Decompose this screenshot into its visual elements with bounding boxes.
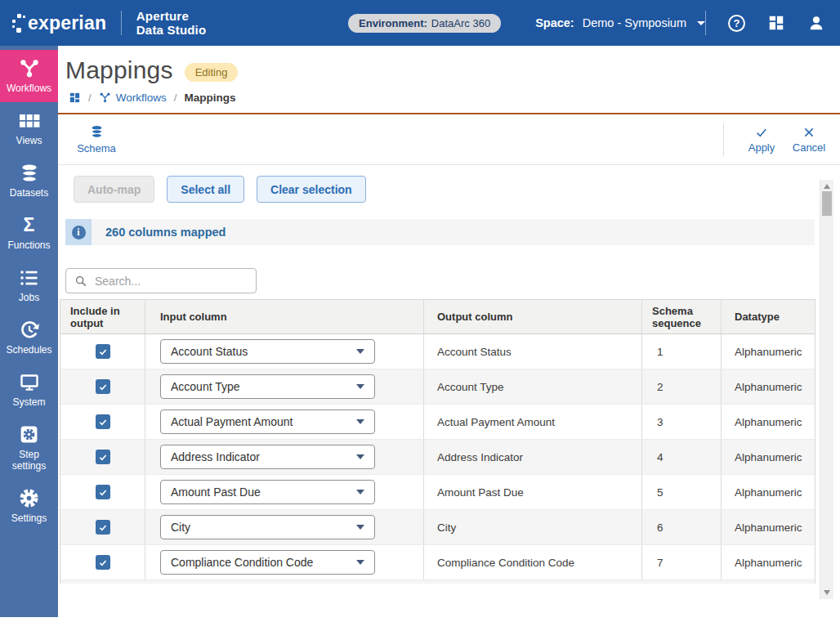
include-cell (60, 545, 145, 579)
input-column-dropdown[interactable]: Account Status (160, 339, 375, 364)
content-area: Auto-map Select all Clear selection i 26… (58, 165, 840, 622)
info-icon: i (72, 226, 86, 239)
schema-sequence-cell: 4 (641, 440, 721, 474)
main-area: Mappings Editing / Workflows (58, 46, 840, 622)
sidebar-item-step-settings[interactable]: Step settings (0, 416, 58, 480)
include-checkbox[interactable] (96, 485, 110, 499)
input-column-cell: Account Type (145, 369, 423, 404)
schema-button[interactable]: Schema (75, 124, 118, 154)
schema-sequence-cell: 7 (641, 545, 721, 579)
include-checkbox[interactable] (96, 555, 110, 570)
table-header-row: Include in output Input column Output co… (60, 300, 815, 334)
breadcrumb-home-button[interactable] (69, 92, 81, 104)
table-row: CityCity6Alphanumeric (60, 510, 815, 545)
sidebar-item-label: Functions (7, 239, 50, 251)
input-column-cell: Actual Payment Amount (145, 405, 423, 439)
sidebar-item-functions[interactable]: ΣFunctions (0, 207, 58, 259)
output-column-cell: City (423, 510, 641, 544)
cancel-button[interactable]: Cancel (788, 126, 830, 154)
workflow-branch-icon (99, 92, 111, 104)
user-profile-button[interactable] (807, 14, 825, 32)
close-icon (802, 126, 815, 139)
scrollbar-thumb[interactable] (822, 191, 832, 216)
clear-selection-button[interactable]: Clear selection (257, 176, 366, 203)
include-cell (60, 440, 145, 474)
sidebar-item-settings[interactable]: Settings (0, 480, 58, 532)
include-checkbox[interactable] (96, 450, 110, 464)
scrollbar-down-arrow-icon[interactable] (824, 590, 830, 595)
input-column-dropdown[interactable]: Compliance Condition Code (160, 550, 375, 575)
datatype-cell: Alphanumeric (721, 545, 815, 579)
sidebar-item-schedules[interactable]: Schedules (0, 311, 58, 364)
input-column-dropdown[interactable]: Account Type (160, 374, 375, 399)
datatype-cell: Alphanumeric (721, 475, 815, 509)
vertical-scrollbar[interactable] (820, 180, 833, 599)
status-badge: Editing (185, 63, 239, 82)
search-input[interactable] (95, 275, 248, 288)
input-column-dropdown[interactable]: Actual Payment Amount (160, 409, 375, 434)
breadcrumb: / Workflows / Mappings (65, 92, 840, 104)
dropdown-selected-value: City (171, 521, 190, 534)
column-header-output: Output column (423, 300, 641, 333)
sidebar-item-system[interactable]: System (0, 364, 58, 416)
header-actions: ? (705, 11, 825, 35)
database-icon (19, 162, 40, 184)
scrollbar-up-arrow-icon[interactable] (824, 184, 830, 189)
breadcrumb-separator: / (88, 92, 92, 104)
chevron-down-icon (356, 454, 364, 459)
output-column-cell: Actual Payment Amount (423, 405, 641, 439)
table-row: Address IndicatorAddress Indicator4Alpha… (60, 440, 815, 475)
bulk-actions-row: Auto-map Select all Clear selection (58, 165, 840, 203)
dropdown-selected-value: Amount Past Due (171, 486, 261, 499)
chevron-down-icon (356, 490, 364, 494)
info-banner: i 260 columns mapped (65, 219, 815, 245)
list-icon (19, 266, 39, 289)
environment-value: DataArc 360 (431, 17, 490, 29)
mapped-columns-status: 260 columns mapped (105, 226, 226, 239)
sidebar-item-workflows[interactable]: Workflows (0, 50, 58, 102)
partial-row (60, 580, 815, 584)
sidebar-item-jobs[interactable]: Jobs (0, 259, 58, 311)
auto-map-button[interactable]: Auto-map (74, 176, 154, 203)
input-column-dropdown[interactable]: Address Indicator (160, 445, 375, 469)
apps-grid-button[interactable] (767, 14, 785, 32)
sidebar-item-datasets[interactable]: Datasets (0, 154, 58, 207)
include-checkbox[interactable] (96, 344, 110, 359)
table-row: Actual Payment AmountActual Payment Amou… (60, 405, 815, 440)
output-column-cell: Account Type (423, 369, 641, 404)
top-header: experian Aperture Data Studio Environmen… (0, 0, 840, 46)
schema-label: Schema (77, 142, 116, 154)
space-selector[interactable]: Space: Demo - Symposium (535, 16, 705, 29)
select-all-button[interactable]: Select all (167, 176, 244, 203)
table-row: Account TypeAccount Type2Alphanumeric (60, 369, 815, 405)
breadcrumb-workflows-link[interactable]: Workflows (99, 92, 167, 104)
datatype-cell: Alphanumeric (721, 405, 815, 439)
sidebar-item-views[interactable]: Views (0, 102, 58, 154)
apply-label: Apply (748, 141, 775, 154)
datatype-cell: Alphanumeric (721, 334, 815, 369)
dropdown-selected-value: Account Type (171, 380, 240, 393)
monitor-icon (19, 371, 40, 393)
dropdown-selected-value: Account Status (171, 345, 248, 358)
help-button[interactable]: ? (728, 15, 745, 32)
input-column-dropdown[interactable]: City (160, 515, 375, 539)
include-checkbox[interactable] (96, 379, 110, 394)
apps-grid-icon (767, 14, 785, 32)
column-header-include: Include in output (60, 300, 145, 333)
include-cell (60, 510, 145, 544)
input-column-cell: Compliance Condition Code (145, 545, 423, 579)
input-column-cell: Account Status (145, 334, 423, 369)
include-checkbox[interactable] (96, 520, 110, 535)
datatype-cell: Alphanumeric (721, 369, 815, 404)
space-label: Space: (535, 16, 574, 29)
apply-button[interactable]: Apply (740, 126, 783, 154)
sidebar-item-label: System (12, 396, 45, 408)
chevron-down-icon (356, 384, 364, 389)
input-column-dropdown[interactable]: Amount Past Due (160, 480, 375, 504)
logo-text: experian (28, 12, 106, 34)
environment-badge: Environment: DataArc 360 (348, 14, 501, 33)
output-column-cell: Compliance Condition Code (423, 545, 641, 579)
schema-database-icon (89, 124, 105, 140)
include-checkbox[interactable] (96, 414, 110, 429)
schema-sequence-cell: 5 (641, 475, 721, 509)
